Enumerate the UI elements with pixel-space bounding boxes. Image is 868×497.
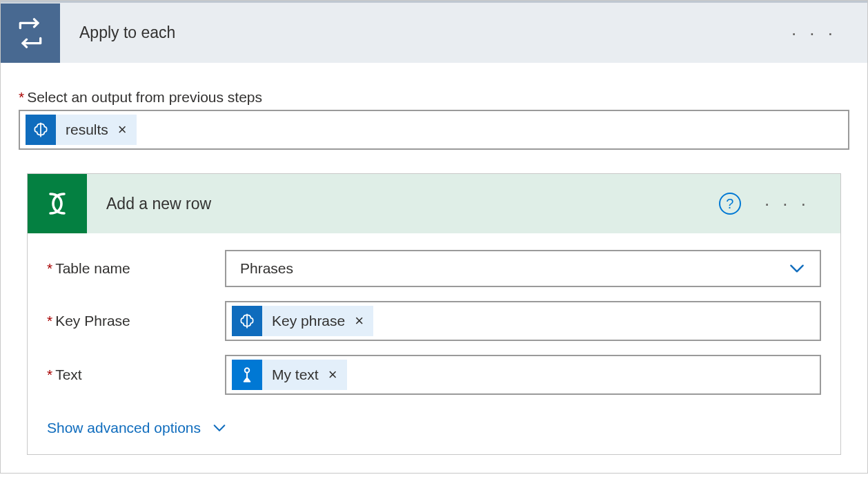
token-key-phrase-remove[interactable]: × <box>355 312 364 330</box>
row-text: *Text <box>47 355 821 395</box>
apply-to-each-card: Apply to each · · · *Select an output fr… <box>0 0 868 474</box>
token-key-phrase-label: Key phrase <box>272 313 345 329</box>
token-results[interactable]: results × <box>26 115 137 145</box>
add-row-header[interactable]: Add a new row ? · · · <box>28 174 840 233</box>
token-results-remove[interactable]: × <box>118 121 127 139</box>
add-row-menu-button[interactable]: · · · <box>765 195 810 213</box>
apply-to-each-body: *Select an output from previous steps re… <box>1 63 867 455</box>
show-advanced-options[interactable]: Show advanced options <box>28 416 840 454</box>
dataverse-icon <box>28 174 87 233</box>
brain-icon <box>232 306 262 336</box>
token-my-text[interactable]: My text × <box>232 360 347 390</box>
add-row-card: Add a new row ? · · · *Table name Phrase… <box>27 173 841 455</box>
token-my-text-remove[interactable]: × <box>328 366 337 384</box>
select-output-input[interactable]: results × <box>19 110 849 150</box>
svg-point-0 <box>245 368 250 373</box>
help-icon[interactable]: ? <box>719 193 741 215</box>
token-key-phrase[interactable]: Key phrase × <box>232 306 373 336</box>
apply-to-each-title: Apply to each <box>60 23 791 42</box>
brain-icon <box>26 115 56 145</box>
required-marker: * <box>19 89 24 105</box>
select-output-label: *Select an output from previous steps <box>19 89 849 106</box>
loop-icon <box>1 3 60 63</box>
table-name-value: Phrases <box>240 260 293 277</box>
table-name-select[interactable]: Phrases <box>225 250 821 287</box>
add-row-title: Add a new row <box>87 195 719 213</box>
add-row-form: *Table name Phrases *Key Phrase <box>28 233 840 416</box>
label-key-phrase: *Key Phrase <box>47 313 225 329</box>
token-results-label: results <box>66 121 108 138</box>
label-text: *Text <box>47 367 225 383</box>
apply-to-each-header[interactable]: Apply to each · · · <box>1 1 867 63</box>
show-advanced-label: Show advanced options <box>47 420 201 436</box>
chevron-down-icon <box>212 420 227 436</box>
key-phrase-input[interactable]: Key phrase × <box>225 301 821 341</box>
chevron-down-icon <box>788 260 806 277</box>
text-input[interactable]: My text × <box>225 355 821 395</box>
token-my-text-label: My text <box>272 367 319 383</box>
label-table-name: *Table name <box>47 260 225 277</box>
apply-to-each-menu-button[interactable]: · · · <box>791 24 837 42</box>
row-table-name: *Table name Phrases <box>47 250 821 287</box>
touch-icon <box>232 360 262 390</box>
row-key-phrase: *Key Phrase <box>47 301 821 341</box>
